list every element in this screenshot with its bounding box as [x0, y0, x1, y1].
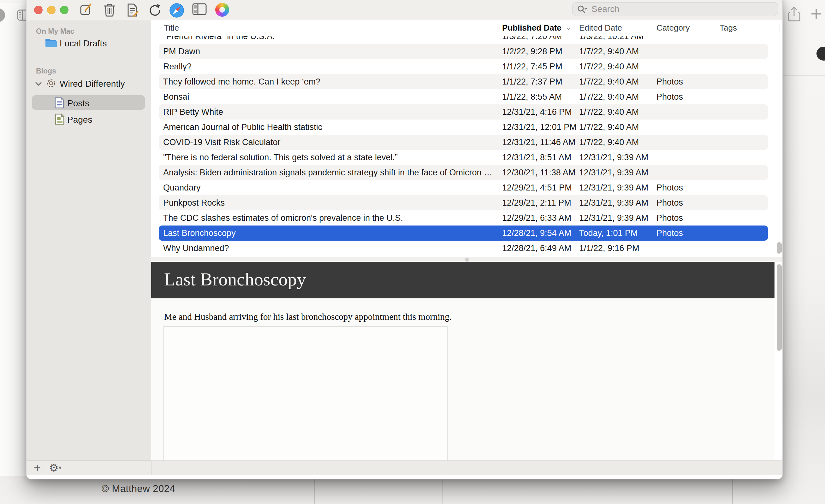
- chevron-down-icon[interactable]: [35, 81, 42, 87]
- page-copyright: © Matthew 2024: [102, 483, 175, 495]
- close-button[interactable]: [34, 6, 43, 14]
- row-edited-cell: 1/7/22, 9:40 AM: [579, 44, 639, 59]
- search-input[interactable]: [591, 4, 756, 14]
- table-scrollbar[interactable]: [777, 242, 782, 254]
- row-title-cell: Last Bronchoscopy: [163, 226, 236, 241]
- column-header-published[interactable]: Published Date: [502, 20, 561, 35]
- row-edited-cell: 12/31/21, 9:39 AM: [579, 150, 648, 165]
- column-header-category[interactable]: Category: [657, 20, 690, 35]
- edit-document-icon[interactable]: [126, 3, 140, 17]
- table-row[interactable]: PM Dawn1/2/22, 9:28 PM1/7/22, 9:40 AM: [159, 44, 768, 59]
- window-titlebar: [26, 0, 782, 20]
- new-tab-plus-icon: [811, 8, 822, 19]
- row-published-cell: 1/1/22, 7:45 PM: [502, 59, 562, 74]
- table-row[interactable]: Quandary12/29/21, 4:51 PM12/31/21, 9:39 …: [159, 180, 768, 195]
- row-published-cell: 12/30/21, 11:38 AM: [502, 165, 575, 180]
- column-header-tags[interactable]: Tags: [720, 20, 737, 35]
- row-published-cell: 12/31/21, 8:51 AM: [502, 150, 571, 165]
- photos-icon[interactable]: [215, 3, 229, 17]
- sidebar-item-local-drafts[interactable]: Local Drafts: [60, 38, 107, 49]
- row-title-cell: Why Undamned?: [163, 241, 229, 256]
- window-main: On My Mac Local Drafts Blogs Wired Diffe…: [26, 20, 783, 460]
- preview-scrollbar[interactable]: [777, 264, 782, 351]
- row-edited-cell: 1/7/22, 9:40 AM: [579, 135, 639, 150]
- table-row[interactable]: They followed me home. Can I keep ‘em?1/…: [159, 74, 768, 89]
- row-title-cell: COVID-19 Visit Risk Calculator: [163, 135, 281, 150]
- trash-icon[interactable]: [103, 3, 117, 17]
- row-edited-cell: 1/3/22, 10:21 AM: [579, 36, 644, 44]
- row-category-cell: Photos: [657, 89, 683, 104]
- row-category-cell: Photos: [657, 226, 683, 241]
- background-column-line: [732, 478, 733, 504]
- table-row[interactable]: The CDC slashes estimates of omicron's p…: [159, 211, 768, 226]
- row-published-cell: 12/28/21, 6:49 AM: [502, 241, 571, 256]
- table-row[interactable]: Really?1/1/22, 7:45 PM1/7/22, 9:40 AM: [159, 59, 768, 74]
- content-pane: Title Published Date ⌄ Edited Date Categ…: [151, 20, 783, 460]
- row-title-cell: Bonsai: [163, 89, 190, 104]
- row-edited-cell: 1/7/22, 9:40 AM: [579, 119, 639, 135]
- folder-icon: [45, 38, 57, 48]
- row-edited-cell: 1/7/22, 9:40 AM: [579, 74, 639, 89]
- row-title-cell: Analysis: Biden administration signals p…: [163, 165, 495, 180]
- table-row[interactable]: RIP Betty White12/31/21, 4:16 PM1/7/22, …: [159, 104, 768, 119]
- dark-mode-toggle-circle: [817, 47, 825, 61]
- add-button[interactable]: +: [29, 461, 46, 475]
- window-bottom-bar: + ⚙▾: [26, 460, 783, 475]
- action-gear-button[interactable]: ⚙▾: [46, 461, 64, 475]
- column-header-edited[interactable]: Edited Date: [579, 20, 622, 35]
- table-row[interactable]: COVID-19 Visit Risk Calculator12/31/21, …: [159, 135, 768, 150]
- safari-icon[interactable]: [169, 3, 183, 17]
- row-title-cell: Punkpost Rocks: [163, 195, 225, 211]
- row-edited-cell: 12/31/21, 9:39 AM: [579, 195, 648, 211]
- row-published-cell: 1/1/22, 7:37 PM: [502, 74, 562, 89]
- row-edited-cell: 1/7/22, 9:40 AM: [579, 59, 639, 74]
- search-icon: [577, 5, 588, 14]
- panels-icon[interactable]: [192, 3, 206, 17]
- caret-down-icon: ▾: [59, 465, 62, 471]
- row-published-cell: 12/31/21, 11:46 AM: [502, 135, 575, 150]
- row-title-cell: RIP Betty White: [163, 104, 223, 119]
- row-published-cell: 1/2/22, 9:28 PM: [502, 44, 562, 59]
- preview-post-title: Last Bronchoscopy: [164, 262, 306, 297]
- row-edited-cell: 1/7/22, 9:40 AM: [579, 104, 639, 119]
- search-field[interactable]: [572, 2, 778, 16]
- row-edited-cell: 12/31/21, 9:39 AM: [579, 180, 648, 195]
- table-row[interactable]: "There is no federal solution. This gets…: [159, 150, 768, 165]
- sidebar-item-blog[interactable]: Wired Differently: [60, 79, 125, 89]
- sidebar-item-posts[interactable]: Posts: [67, 98, 89, 108]
- table-row[interactable]: Last Bronchoscopy12/28/21, 9:54 AMToday,…: [159, 226, 768, 241]
- table-row[interactable]: "French Riviera" in the U.S.A.1/3/22, 7:…: [159, 36, 768, 44]
- column-header-title[interactable]: Title: [164, 20, 179, 35]
- row-title-cell: The CDC slashes estimates of omicron's p…: [163, 211, 403, 226]
- sidebar-item-pages[interactable]: Pages: [67, 115, 92, 125]
- table-row[interactable]: Bonsai1/1/22, 8:55 AM1/7/22, 9:40 AMPhot…: [159, 89, 768, 104]
- desktop: { "search": { "placeholder": "Search" },…: [0, 0, 825, 504]
- table-row[interactable]: Why Undamned?12/28/21, 6:49 AM1/1/22, 9:…: [159, 241, 768, 256]
- preview-image-placeholder: [163, 326, 448, 465]
- row-published-cell: 1/3/22, 7:20 AM: [502, 36, 562, 44]
- table-row[interactable]: American Journal of Public Health statis…: [159, 119, 768, 135]
- pane-splitter[interactable]: [151, 257, 783, 262]
- row-category-cell: Photos: [657, 195, 683, 211]
- preview-header: Last Bronchoscopy: [151, 262, 774, 299]
- refresh-icon[interactable]: [148, 3, 162, 17]
- row-title-cell: They followed me home. Can I keep ‘em?: [163, 74, 320, 89]
- table-row[interactable]: Punkpost Rocks12/29/21, 2:11 PM12/31/21,…: [159, 195, 768, 211]
- share-icon: [788, 6, 800, 22]
- blog-favicon: [46, 78, 56, 88]
- minimize-button[interactable]: [47, 6, 56, 14]
- post-list: "French Riviera" in the U.S.A.1/3/22, 7:…: [151, 36, 783, 257]
- row-edited-cell: 1/7/22, 9:40 AM: [579, 89, 639, 104]
- table-header: Title Published Date ⌄ Edited Date Categ…: [151, 20, 783, 36]
- compose-icon[interactable]: [79, 3, 93, 17]
- row-title-cell: PM Dawn: [163, 44, 200, 59]
- row-title-cell: "There is no federal solution. This gets…: [163, 150, 398, 165]
- row-published-cell: 1/1/22, 8:55 AM: [502, 89, 562, 104]
- background-column-line: [443, 478, 443, 504]
- row-category-cell: Photos: [657, 180, 683, 195]
- zoom-button[interactable]: [60, 6, 69, 14]
- row-published-cell: 12/29/21, 6:33 AM: [502, 211, 571, 226]
- table-row[interactable]: Analysis: Biden administration signals p…: [159, 165, 768, 180]
- sidebar: On My Mac Local Drafts Blogs Wired Diffe…: [26, 20, 151, 460]
- row-edited-cell: 12/31/21, 9:39 AM: [579, 165, 648, 180]
